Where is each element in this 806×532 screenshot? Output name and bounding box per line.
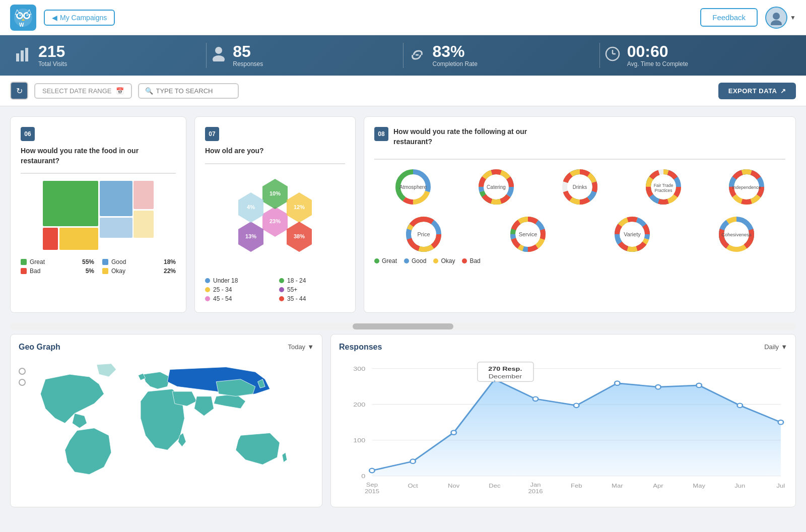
- treemap-chart: [43, 181, 154, 251]
- total-visits-label: Total Visits: [38, 60, 67, 68]
- ring-okay-label: Okay: [441, 257, 455, 264]
- great-dot: [21, 259, 27, 265]
- geo-radio-1[interactable]: [19, 368, 26, 375]
- legend-okay: Okay 22%: [102, 268, 176, 275]
- svg-point-106: [410, 459, 415, 463]
- good-label: Good: [111, 258, 126, 265]
- okay-value: 22%: [164, 268, 176, 275]
- responses-chevron-icon: ▼: [781, 343, 787, 351]
- geo-map: [31, 358, 314, 489]
- export-icon: ↗: [780, 87, 786, 95]
- svg-point-112: [655, 384, 660, 389]
- okay-label: Okay: [111, 268, 125, 275]
- hex-legend: Under 18 18 - 24 25 - 34 55+ 45 - 54: [205, 277, 345, 302]
- date-range-button[interactable]: SELECT DATE RANGE 📅: [34, 83, 132, 99]
- legend-45-54: 45 - 54: [205, 295, 271, 302]
- total-visits-value: 215: [38, 43, 67, 59]
- svg-text:Mar: Mar: [612, 483, 623, 489]
- refresh-button[interactable]: ↻: [10, 82, 28, 100]
- ring-cohesiveness: Cohesiveness: [687, 214, 785, 254]
- feedback-button[interactable]: Feedback: [700, 8, 758, 27]
- svg-text:Oct: Oct: [408, 483, 418, 489]
- ring-legend-okay: Okay: [433, 257, 455, 264]
- card1-title: How would you rate the food in our resta…: [21, 146, 162, 166]
- campaigns-label: My Campaigns: [60, 14, 107, 22]
- responses-dropdown[interactable]: Daily ▼: [764, 343, 787, 351]
- scroll-thumb[interactable]: [353, 323, 453, 329]
- export-button[interactable]: EXPORT DATA ↗: [718, 83, 796, 99]
- stat-avg-time: 00:60 Avg. Time to Complete: [605, 43, 791, 68]
- stat-completion-rate: 83% Completion Rate: [409, 43, 594, 68]
- clock-icon: [605, 46, 620, 65]
- card-restaurant-rating: 08 How would you rate the following at o…: [364, 116, 796, 313]
- svg-text:Price: Price: [417, 231, 430, 237]
- svg-rect-26: [43, 228, 58, 250]
- 35-44-label: 35 - 44: [287, 295, 306, 302]
- svg-point-107: [451, 430, 456, 435]
- great-value: 55%: [82, 258, 94, 265]
- responses-dropdown-label: Daily: [764, 343, 779, 351]
- legend-18-24: 18 - 24: [279, 277, 345, 284]
- 25-34-dot: [205, 287, 210, 292]
- svg-rect-23: [43, 181, 98, 226]
- back-arrow-icon: ◀: [52, 14, 57, 22]
- ring-atmosphere: Atmosphere: [374, 167, 452, 207]
- ring-okay-dot: [433, 258, 438, 263]
- rings-row1: Atmosphere Catering: [374, 167, 785, 207]
- card2-title: How old are you?: [205, 146, 345, 156]
- horizontal-scrollbar[interactable]: [10, 323, 796, 330]
- svg-text:Drinks: Drinks: [573, 184, 587, 190]
- ring-independence: Independence: [708, 167, 785, 207]
- svg-text:Fair Trade: Fair Trade: [653, 183, 673, 188]
- avg-time-label: Avg. Time to Complete: [627, 60, 688, 68]
- 25-34-label: 25 - 34: [213, 286, 232, 293]
- logo-area: W ◀ My Campaigns: [10, 5, 115, 31]
- svg-text:May: May: [693, 483, 705, 489]
- responses-title: Responses: [339, 343, 382, 352]
- svg-text:200: 200: [353, 401, 365, 408]
- svg-text:Jul: Jul: [777, 483, 785, 489]
- svg-text:Apr: Apr: [653, 483, 663, 489]
- svg-rect-28: [133, 181, 154, 209]
- card2-divider: [205, 163, 345, 164]
- ring-legend-great: Great: [374, 257, 397, 264]
- bottom-row: Geo Graph Today ▼: [10, 334, 796, 507]
- stats-bar: 215 Total Visits 85 Responses 83% Compl: [0, 35, 806, 76]
- legend-great: Great 55%: [21, 258, 94, 265]
- svg-rect-24: [100, 181, 132, 216]
- svg-point-7: [27, 14, 28, 16]
- card-food-rating: 06 How would you rate the food in our re…: [10, 116, 186, 313]
- card1-badge: 06: [21, 127, 35, 141]
- completion-rate-label: Completion Rate: [433, 60, 478, 68]
- bad-value: 5%: [86, 268, 94, 275]
- under18-dot: [205, 278, 210, 283]
- svg-text:2015: 2015: [365, 488, 379, 495]
- avatar-area[interactable]: ▼: [765, 7, 796, 29]
- stat-divider-3: [599, 43, 600, 68]
- geo-chevron-icon: ▼: [307, 343, 314, 351]
- geo-dropdown-label: Today: [288, 343, 305, 351]
- search-icon: 🔍: [145, 87, 153, 95]
- svg-point-12: [773, 13, 780, 20]
- geo-radio-2[interactable]: [19, 379, 26, 386]
- good-dot: [102, 259, 108, 265]
- geo-dropdown[interactable]: Today ▼: [288, 343, 314, 351]
- svg-point-111: [615, 381, 620, 385]
- geo-title: Geo Graph: [19, 343, 60, 352]
- search-input[interactable]: [156, 87, 227, 95]
- line-chart: 300 200 100 0: [339, 358, 787, 499]
- svg-point-105: [369, 468, 374, 473]
- my-campaigns-button[interactable]: ◀ My Campaigns: [44, 10, 115, 26]
- 35-44-dot: [279, 296, 284, 301]
- card1-divider: [21, 173, 176, 174]
- svg-text:38%: 38%: [294, 233, 305, 239]
- svg-text:Variety: Variety: [624, 231, 641, 237]
- avg-time-value: 00:60: [627, 43, 688, 59]
- svg-text:12%: 12%: [294, 204, 305, 210]
- svg-text:Service: Service: [518, 231, 537, 237]
- svg-text:Independence: Independence: [732, 185, 761, 190]
- toolbar: ↻ SELECT DATE RANGE 📅 🔍 EXPORT DATA ↗: [0, 76, 806, 106]
- svg-point-18: [213, 55, 225, 61]
- bar-chart-icon: [15, 46, 31, 65]
- svg-rect-14: [16, 53, 19, 61]
